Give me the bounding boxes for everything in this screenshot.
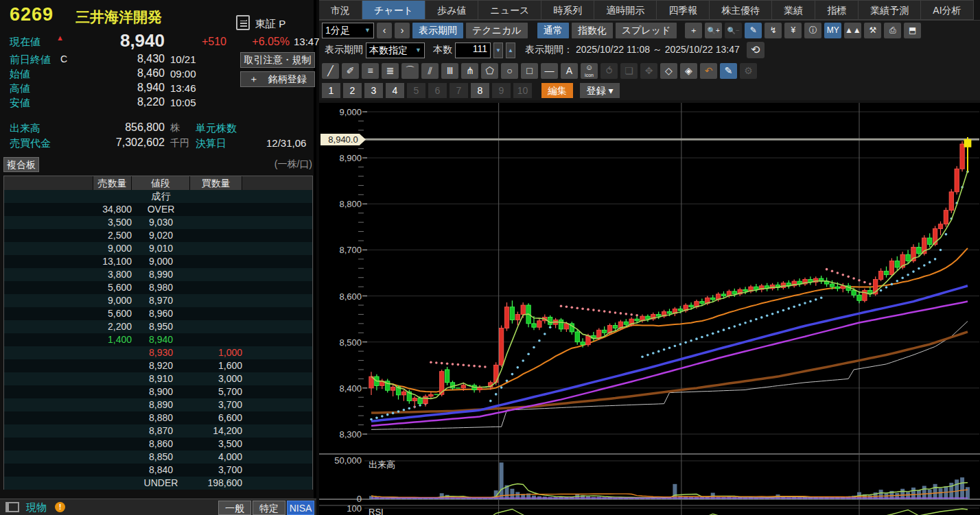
book-row[interactable]: 2,5009,020 — [4, 229, 312, 242]
book-sell-qty[interactable] — [93, 372, 132, 385]
edit-button[interactable]: 編集 — [541, 83, 573, 98]
book-buy-qty[interactable]: 1,600 — [190, 359, 242, 372]
circle-icon[interactable]: ○ — [501, 63, 518, 79]
book-price[interactable]: 8,960 — [132, 307, 190, 320]
book-buy-qty[interactable]: 3,500 — [190, 438, 242, 451]
book-sell-qty[interactable]: 1,400 — [93, 333, 132, 346]
book-price[interactable]: 8,990 — [132, 268, 190, 281]
popout-window-icon[interactable]: ⬒ — [904, 23, 921, 38]
book-price[interactable]: 9,030 — [132, 216, 190, 229]
tab-時系列[interactable]: 時系列 — [541, 0, 594, 20]
stamp-icon[interactable]: ☺icon — [581, 63, 598, 79]
preset-button-1[interactable]: 1 — [322, 83, 340, 98]
count-down-button[interactable]: ▼ — [493, 43, 503, 58]
book-price[interactable]: 8,950 — [132, 320, 190, 333]
account-type-button-一般[interactable]: 一般 — [218, 501, 251, 515]
hline-icon[interactable]: — — [541, 63, 558, 79]
tab-市況[interactable]: 市況 — [319, 0, 362, 20]
book-row[interactable]: 8,87014,200 — [4, 424, 312, 438]
book-sell-qty[interactable] — [93, 398, 132, 411]
toolbar-button-テクニカル[interactable]: テクニカル — [466, 23, 528, 38]
trade-caution-button[interactable]: 取引注意・規制 — [240, 52, 315, 68]
window-layout-icon[interactable] — [5, 502, 19, 512]
erase-all-icon[interactable]: ◈ — [680, 63, 697, 79]
book-price[interactable]: OVER — [132, 203, 190, 216]
preset-button-5[interactable]: 5 — [407, 83, 425, 98]
book-buy-qty[interactable] — [190, 242, 242, 255]
text-icon[interactable]: A — [561, 63, 578, 79]
mode-button-スプレッド[interactable]: スプレッド — [616, 23, 677, 38]
book-row[interactable]: 8,8903,700 — [4, 398, 312, 411]
preset-button-3[interactable]: 3 — [364, 83, 383, 98]
book-price[interactable]: 成行 — [132, 190, 190, 203]
book-price[interactable]: 8,870 — [132, 424, 190, 438]
book-row[interactable]: 8,8806,600 — [4, 411, 312, 424]
book-row[interactable]: 2,2008,950 — [4, 320, 312, 333]
account-type-button-nisa[interactable]: NISA — [287, 501, 314, 515]
book-price[interactable]: 8,840 — [132, 464, 190, 477]
book-buy-qty[interactable] — [190, 190, 242, 203]
book-buy-qty[interactable] — [190, 307, 242, 320]
book-row[interactable]: 成行 — [4, 190, 312, 203]
book-row[interactable]: 9,0008,970 — [4, 294, 312, 307]
book-sell-qty[interactable] — [93, 451, 132, 464]
preset-button-9[interactable]: 9 — [492, 83, 511, 98]
chart-area[interactable]: 9,0008,9008,8008,7008,6008,5008,4008,300… — [319, 103, 980, 515]
book-price[interactable]: 9,010 — [132, 242, 190, 255]
book-sell-qty[interactable]: 13,100 — [93, 255, 132, 268]
book-row[interactable]: 34,800OVER — [4, 203, 312, 216]
register-stock-button[interactable]: ＋ 銘柄登録 — [240, 71, 315, 87]
eraser-icon[interactable]: ◇ — [660, 63, 677, 79]
book-sell-qty[interactable] — [93, 424, 132, 438]
preset-button-8[interactable]: 8 — [471, 83, 489, 98]
hlines3-icon[interactable]: ≡ — [362, 63, 379, 79]
print-icon[interactable]: ⎙ — [884, 23, 901, 38]
trendline-icon[interactable]: ╱ — [322, 63, 339, 79]
book-buy-qty[interactable]: 3,700 — [190, 398, 242, 411]
book-sell-qty[interactable] — [93, 411, 132, 424]
book-buy-qty[interactable]: 4,000 — [190, 451, 242, 464]
toolbar-button-表示期間[interactable]: 表示期間 — [412, 23, 463, 38]
period-mode-select[interactable]: 本数指定▼ — [366, 43, 425, 58]
book-buy-qty[interactable]: 5,700 — [190, 385, 242, 398]
book-sell-qty[interactable] — [93, 385, 132, 398]
book-buy-qty[interactable] — [190, 216, 242, 229]
undo-icon[interactable]: ↶ — [700, 63, 717, 79]
pitchfork-icon[interactable]: ⋔ — [461, 63, 478, 79]
account-type-button-特定[interactable]: 特定 — [253, 501, 285, 515]
tab-指標[interactable]: 指標 — [815, 0, 859, 20]
preset-button-4[interactable]: 4 — [386, 83, 404, 98]
book-buy-qty[interactable] — [190, 281, 242, 294]
book-sell-qty[interactable]: 9,000 — [93, 242, 132, 255]
reset-range-button[interactable]: ⟲ — [747, 42, 765, 58]
preset-button-6[interactable]: 6 — [428, 83, 447, 98]
fibo-arc-icon[interactable]: ⌒ — [401, 63, 419, 79]
book-sell-qty[interactable] — [93, 438, 132, 451]
book-sell-qty[interactable]: 2,500 — [93, 229, 132, 242]
book-sell-qty[interactable]: 34,800 — [93, 203, 132, 216]
vlines-icon[interactable]: Ⅲ — [441, 63, 458, 79]
book-row[interactable]: UNDER198,600 — [4, 477, 312, 490]
book-price[interactable]: 9,020 — [132, 229, 190, 242]
book-price[interactable]: 8,860 — [132, 438, 190, 451]
tab-チャート[interactable]: チャート — [362, 0, 425, 20]
book-price[interactable]: 8,980 — [132, 281, 190, 294]
trend-pointer-icon[interactable]: ↯ — [765, 23, 782, 38]
preset-button-10[interactable]: 10 — [513, 83, 532, 98]
book-price[interactable]: 8,940 — [132, 333, 190, 346]
tab-業績予測[interactable]: 業績予測 — [859, 0, 921, 20]
tab-AI分析[interactable]: AI分析 — [921, 0, 973, 20]
book-price[interactable]: 8,900 — [132, 385, 190, 398]
book-row[interactable]: 8,9201,600 — [4, 359, 312, 372]
book-row[interactable]: 8,8403,700 — [4, 464, 312, 477]
tab-四季報[interactable]: 四季報 — [657, 0, 710, 20]
book-buy-qty[interactable] — [190, 268, 242, 281]
tab-ニュース[interactable]: ニュース — [478, 0, 541, 20]
tab-適時開示[interactable]: 適時開示 — [594, 0, 657, 20]
book-row[interactable]: 9,0009,010 — [4, 242, 312, 255]
register-dropdown[interactable]: 登録 ▾ — [580, 83, 620, 98]
next-button[interactable]: › — [395, 23, 410, 38]
warning-icon[interactable]: ! — [55, 502, 65, 512]
book-sell-qty[interactable]: 3,500 — [93, 216, 132, 229]
lock-draw-icon[interactable]: ✎ — [720, 63, 737, 79]
